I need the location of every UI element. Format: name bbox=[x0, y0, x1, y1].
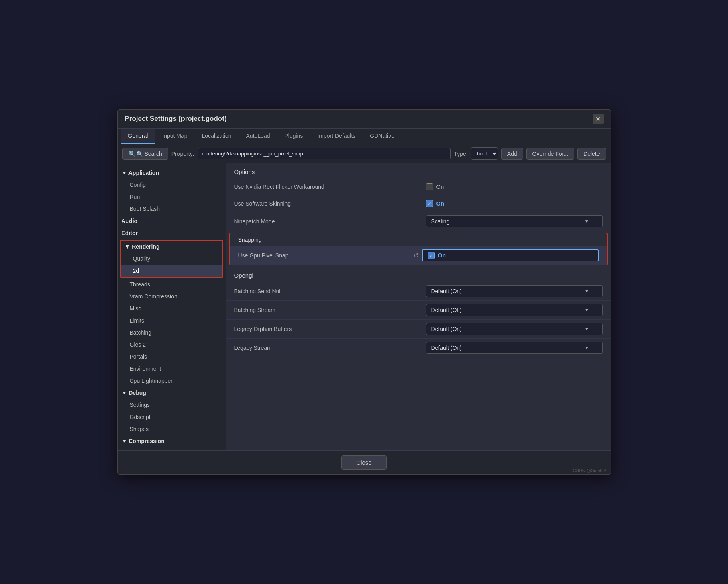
batching-send-null-row: Batching Send Null Default (On) ▼ bbox=[226, 282, 611, 301]
tab-localization[interactable]: Localization bbox=[195, 129, 239, 144]
watermark: CSDN @Small-K bbox=[573, 468, 607, 473]
project-settings-dialog: Project Settings (project.godot) ✕ Gener… bbox=[117, 109, 611, 475]
ninepatch-dropdown[interactable]: Scaling ▼ bbox=[426, 215, 603, 227]
batching-stream-dropdown-value: Default (Off) bbox=[431, 307, 462, 313]
batching-send-null-dropdown[interactable]: Default (On) ▼ bbox=[426, 285, 603, 297]
sidebar-item-limits[interactable]: Limits bbox=[118, 314, 226, 327]
legacy-stream-row: Legacy Stream Default (On) ▼ bbox=[226, 339, 611, 357]
footer: Close CSDN @Small-K bbox=[118, 450, 611, 474]
search-icon: 🔍 bbox=[128, 151, 135, 157]
opengl-header: Opengl bbox=[226, 267, 611, 282]
search-button[interactable]: 🔍 🔍 Search bbox=[122, 148, 168, 160]
batching-send-null-label: Batching Send Null bbox=[234, 288, 426, 294]
property-label: Property: bbox=[171, 151, 194, 157]
tab-general[interactable]: General bbox=[121, 129, 155, 144]
tab-bar: General Input Map Localization AutoLoad … bbox=[118, 129, 611, 144]
batching-stream-label: Batching Stream bbox=[234, 307, 426, 313]
legacy-stream-label: Legacy Stream bbox=[234, 345, 426, 351]
sidebar-item-editor[interactable]: Editor bbox=[118, 227, 226, 239]
snapping-header: Snapping bbox=[230, 233, 607, 246]
legacy-stream-arrow: ▼ bbox=[585, 345, 589, 351]
type-select[interactable]: bool bbox=[471, 147, 498, 160]
toolbar: 🔍 🔍 Search Property: Type: bool Add Over… bbox=[118, 144, 611, 163]
gpu-snap-label: Use Gpu Pixel Snap bbox=[238, 252, 414, 259]
nvidia-rect-label: Use Nvidia Rect Flicker Workaround bbox=[234, 184, 426, 190]
legacy-stream-value: Default (On) ▼ bbox=[426, 342, 603, 354]
rendering-highlight-box: ▼ Rendering Quality 2d bbox=[120, 240, 223, 278]
legacy-orphan-dropdown[interactable]: Default (On) ▼ bbox=[426, 323, 603, 335]
batching-stream-dropdown[interactable]: Default (Off) ▼ bbox=[426, 304, 603, 316]
sidebar-item-vram-compression[interactable]: Vram Compression bbox=[118, 290, 226, 302]
sidebar-item-compression[interactable]: ▼ Compression bbox=[118, 435, 226, 447]
sidebar-item-quality[interactable]: Quality bbox=[121, 253, 222, 265]
legacy-stream-dropdown[interactable]: Default (On) ▼ bbox=[426, 342, 603, 354]
gpu-snap-on-label: On bbox=[438, 252, 446, 259]
software-skinning-on-label: On bbox=[436, 200, 444, 207]
sidebar-item-rendering[interactable]: ▼ Rendering bbox=[121, 241, 222, 253]
ninepatch-dropdown-arrow: ▼ bbox=[585, 218, 589, 224]
sidebar-item-threads[interactable]: Threads bbox=[118, 278, 226, 290]
tab-autoload[interactable]: AutoLoad bbox=[239, 129, 277, 144]
nvidia-rect-checkbox[interactable] bbox=[426, 183, 433, 190]
sidebar-item-debug-settings[interactable]: Settings bbox=[118, 399, 226, 411]
tab-plugins[interactable]: Plugins bbox=[277, 129, 310, 144]
sidebar-item-misc[interactable]: Misc bbox=[118, 302, 226, 314]
sidebar-item-portals[interactable]: Portals bbox=[118, 351, 226, 363]
add-button[interactable]: Add bbox=[501, 148, 523, 160]
software-skinning-checkbox[interactable] bbox=[426, 200, 433, 207]
legacy-orphan-value: Default (On) ▼ bbox=[426, 323, 603, 335]
batching-send-null-arrow: ▼ bbox=[585, 288, 589, 294]
legacy-orphan-dropdown-value: Default (On) bbox=[431, 326, 462, 332]
tab-import-defaults[interactable]: Import Defaults bbox=[310, 129, 363, 144]
batching-send-null-value: Default (On) ▼ bbox=[426, 285, 603, 297]
batching-stream-arrow: ▼ bbox=[585, 307, 589, 313]
options-header: Options bbox=[226, 163, 611, 178]
override-for-button[interactable]: Override For... bbox=[526, 148, 574, 160]
legacy-stream-dropdown-value: Default (On) bbox=[431, 345, 462, 351]
legacy-orphan-label: Legacy Orphan Buffers bbox=[234, 326, 426, 332]
gpu-snap-row: Use Gpu Pixel Snap ↺ On bbox=[230, 246, 607, 265]
sidebar-item-batching[interactable]: Batching bbox=[118, 327, 226, 339]
ninepatch-label: Ninepatch Mode bbox=[234, 218, 426, 225]
nvidia-rect-value: On bbox=[426, 183, 603, 190]
sidebar-item-gdscript[interactable]: Gdscript bbox=[118, 411, 226, 423]
ninepatch-dropdown-value: Scaling bbox=[431, 218, 450, 225]
search-label: 🔍 Search bbox=[136, 151, 162, 157]
gpu-snap-value-box: On bbox=[422, 249, 599, 261]
sidebar-item-cpu-lightmapper[interactable]: Cpu Lightmapper bbox=[118, 375, 226, 387]
sidebar-item-boot-splash[interactable]: Boot Splash bbox=[118, 203, 226, 215]
content-area: Options Use Nvidia Rect Flicker Workarou… bbox=[226, 163, 611, 450]
software-skinning-label: Use Software Skinning bbox=[234, 200, 426, 207]
sidebar-item-application[interactable]: ▼ Application bbox=[118, 167, 226, 179]
batching-send-null-dropdown-value: Default (On) bbox=[431, 288, 462, 294]
legacy-orphan-arrow: ▼ bbox=[585, 326, 589, 332]
close-footer-button[interactable]: Close bbox=[341, 455, 386, 470]
sidebar: ▼ Application Config Run Boot Splash Aud… bbox=[118, 163, 226, 450]
close-dialog-button[interactable]: ✕ bbox=[593, 114, 604, 124]
software-skinning-row: Use Software Skinning On bbox=[226, 195, 611, 212]
main-content: ▼ Application Config Run Boot Splash Aud… bbox=[118, 163, 611, 450]
nvidia-rect-row: Use Nvidia Rect Flicker Workaround On bbox=[226, 178, 611, 195]
ninepatch-value: Scaling ▼ bbox=[426, 215, 603, 227]
gpu-snap-reset-icon[interactable]: ↺ bbox=[414, 252, 419, 259]
sidebar-item-config[interactable]: Config bbox=[118, 179, 226, 191]
nvidia-rect-on-label: On bbox=[436, 184, 444, 190]
sidebar-item-debug[interactable]: ▼ Debug bbox=[118, 387, 226, 399]
tab-input-map[interactable]: Input Map bbox=[155, 129, 194, 144]
delete-button[interactable]: Delete bbox=[577, 148, 606, 160]
title-bar: Project Settings (project.godot) ✕ bbox=[118, 110, 611, 129]
property-input[interactable] bbox=[198, 148, 451, 159]
sidebar-item-run[interactable]: Run bbox=[118, 191, 226, 203]
software-skinning-value: On bbox=[426, 200, 603, 207]
dialog-title: Project Settings (project.godot) bbox=[125, 115, 227, 123]
gpu-snap-checkbox[interactable] bbox=[428, 252, 435, 259]
snapping-section-box: Snapping Use Gpu Pixel Snap ↺ On bbox=[229, 233, 608, 265]
type-label: Type: bbox=[454, 151, 467, 157]
tab-gdnative[interactable]: GDNative bbox=[363, 129, 402, 144]
sidebar-item-gles2[interactable]: Gles 2 bbox=[118, 339, 226, 351]
sidebar-item-2d[interactable]: 2d bbox=[121, 265, 222, 277]
batching-stream-row: Batching Stream Default (Off) ▼ bbox=[226, 301, 611, 320]
sidebar-item-environment[interactable]: Environment bbox=[118, 363, 226, 375]
sidebar-item-shapes[interactable]: Shapes bbox=[118, 423, 226, 435]
sidebar-item-audio[interactable]: Audio bbox=[118, 215, 226, 227]
